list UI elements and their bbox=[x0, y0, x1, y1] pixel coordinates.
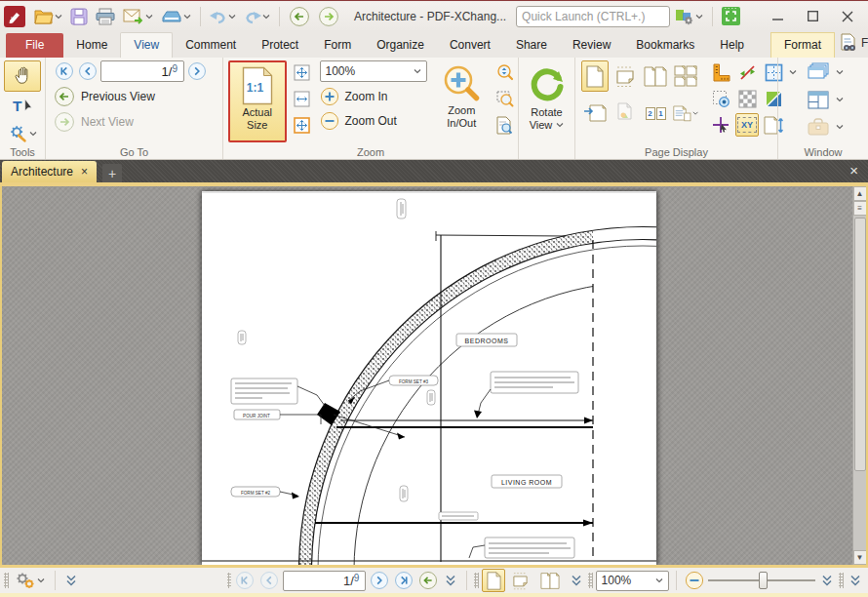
toolbar-drag-handle[interactable] bbox=[588, 573, 593, 588]
scroll-down-button[interactable]: ▼ bbox=[853, 550, 867, 565]
maximize-button[interactable] bbox=[796, 5, 829, 28]
tab-convert[interactable]: Convert bbox=[437, 33, 503, 58]
split-window-button[interactable] bbox=[804, 88, 833, 111]
tab-bookmarks[interactable]: Bookmarks bbox=[623, 33, 707, 58]
crosshair-button[interactable] bbox=[709, 113, 732, 137]
document-area[interactable]: BEDROOMS LIVING ROOM bbox=[0, 186, 868, 565]
zoom-level-dropdown[interactable]: 100% bbox=[320, 60, 427, 82]
status-two-pages-button[interactable] bbox=[535, 569, 565, 592]
tab-home[interactable]: Home bbox=[63, 33, 120, 58]
page-transitions-button[interactable] bbox=[612, 98, 639, 129]
status-continuous-button[interactable] bbox=[508, 569, 532, 592]
reading-order-button[interactable]: 2 1 bbox=[642, 98, 669, 129]
status-single-page-button[interactable] bbox=[482, 569, 505, 592]
booklet-button[interactable] bbox=[672, 98, 699, 129]
redo-button[interactable] bbox=[241, 5, 273, 28]
measure-button[interactable] bbox=[735, 60, 759, 84]
fit-page-button[interactable] bbox=[291, 60, 314, 84]
scroll-up-button[interactable]: ▲ bbox=[853, 186, 867, 201]
pdf-page[interactable]: BEDROOMS LIVING ROOM bbox=[202, 191, 656, 565]
find-button[interactable]: Find... bbox=[835, 31, 868, 55]
next-page-button[interactable] bbox=[186, 60, 208, 82]
select-text-button[interactable]: T bbox=[4, 94, 41, 119]
status-prev-page-button[interactable] bbox=[258, 570, 280, 591]
zoom-slider[interactable] bbox=[708, 571, 815, 590]
status-last-page-button[interactable] bbox=[393, 570, 414, 591]
more-zoom-button[interactable] bbox=[818, 569, 836, 592]
tab-review[interactable]: Review bbox=[560, 33, 623, 58]
next-view-button[interactable]: Next View bbox=[54, 111, 208, 133]
status-previous-view-button[interactable] bbox=[417, 570, 439, 591]
scrollbar-thumb[interactable] bbox=[854, 218, 866, 471]
toolbar-drag-handle[interactable] bbox=[4, 573, 9, 588]
cascade-windows-button[interactable] bbox=[804, 60, 833, 84]
status-next-page-button[interactable] bbox=[369, 570, 390, 591]
page-number-field[interactable]: 1/9 bbox=[100, 60, 184, 82]
status-zoom-dropdown[interactable]: 100% bbox=[596, 571, 670, 591]
chevron-down-icon[interactable] bbox=[836, 96, 844, 103]
loupe-zoom-button[interactable] bbox=[493, 60, 516, 84]
prev-page-button[interactable] bbox=[77, 60, 99, 82]
expand-panel-button[interactable] bbox=[62, 569, 80, 592]
status-options-button[interactable] bbox=[12, 569, 48, 592]
quick-launch-input[interactable] bbox=[522, 10, 673, 23]
status-zoom-out-button[interactable] bbox=[684, 570, 705, 591]
scrollbar-options-button[interactable]: ≡ bbox=[853, 201, 867, 216]
nav-back-button[interactable] bbox=[286, 5, 313, 28]
tab-view[interactable]: View bbox=[120, 32, 173, 58]
toolbar-drag-handle[interactable] bbox=[227, 573, 232, 588]
close-document-button[interactable]: × bbox=[842, 162, 866, 182]
status-page-number-field[interactable]: 1/9 bbox=[283, 571, 366, 591]
toolbar-drag-handle[interactable] bbox=[839, 573, 844, 588]
zoom-in-button[interactable]: Zoom In bbox=[320, 87, 427, 106]
close-tab-icon[interactable]: × bbox=[81, 167, 88, 177]
tab-share[interactable]: Share bbox=[503, 33, 560, 58]
first-page-button[interactable] bbox=[54, 60, 75, 82]
more-nav-button[interactable] bbox=[442, 569, 459, 592]
save-button[interactable] bbox=[67, 5, 91, 28]
other-tools-button[interactable] bbox=[4, 121, 41, 146]
tab-form[interactable]: Form bbox=[311, 33, 364, 58]
collapsed-items-button[interactable] bbox=[847, 569, 864, 592]
hand-tool-button[interactable] bbox=[4, 60, 41, 92]
vertical-scrollbar[interactable]: ▲ ≡ ▼ bbox=[852, 186, 866, 565]
previous-view-button[interactable]: Previous View bbox=[54, 86, 208, 107]
actual-size-button[interactable]: 1:1 Actual Size bbox=[228, 60, 287, 142]
scan-button[interactable] bbox=[158, 5, 194, 28]
transparency-grid-button[interactable] bbox=[735, 87, 759, 110]
quick-launch-box[interactable] bbox=[516, 6, 670, 27]
chevron-down-icon[interactable] bbox=[836, 68, 844, 76]
rulers-button[interactable] bbox=[709, 60, 732, 84]
minimize-button[interactable] bbox=[761, 5, 794, 28]
fit-visible-button[interactable] bbox=[291, 113, 314, 137]
new-tab-button[interactable]: + bbox=[102, 164, 122, 182]
marquee-zoom-button[interactable] bbox=[493, 87, 516, 110]
email-button[interactable] bbox=[120, 5, 156, 28]
tab-file[interactable]: File bbox=[6, 33, 63, 58]
show-coordinates-button[interactable]: XY bbox=[735, 113, 759, 137]
ui-options-button[interactable] bbox=[672, 5, 706, 28]
toolbar-drag-handle[interactable] bbox=[474, 573, 479, 588]
status-first-page-button[interactable] bbox=[234, 570, 256, 591]
document-tab-architecture[interactable]: Architecture × bbox=[2, 161, 97, 182]
print-button[interactable] bbox=[93, 5, 118, 28]
toolbox-button[interactable] bbox=[804, 115, 833, 139]
zoom-inout-button[interactable]: Zoom In/Out bbox=[435, 60, 490, 142]
right-to-left-button[interactable] bbox=[581, 98, 609, 129]
close-button[interactable] bbox=[831, 5, 864, 28]
pan-zoom-button[interactable] bbox=[493, 113, 516, 137]
tab-comment[interactable]: Comment bbox=[173, 33, 249, 58]
tab-protect[interactable]: Protect bbox=[249, 33, 311, 58]
tab-help[interactable]: Help bbox=[707, 33, 757, 58]
nav-forward-button[interactable] bbox=[315, 5, 342, 28]
zoom-slider-handle[interactable] bbox=[759, 572, 768, 589]
more-layout-button[interactable] bbox=[568, 569, 585, 592]
tab-organize[interactable]: Organize bbox=[364, 33, 437, 58]
fit-width-button[interactable] bbox=[291, 87, 314, 110]
undo-button[interactable] bbox=[207, 5, 239, 28]
single-page-button[interactable] bbox=[581, 60, 609, 92]
two-pages-continuous-button[interactable] bbox=[672, 60, 699, 92]
open-button[interactable] bbox=[31, 5, 65, 28]
fullscreen-button[interactable] bbox=[719, 5, 743, 28]
snap-button[interactable] bbox=[709, 87, 732, 110]
